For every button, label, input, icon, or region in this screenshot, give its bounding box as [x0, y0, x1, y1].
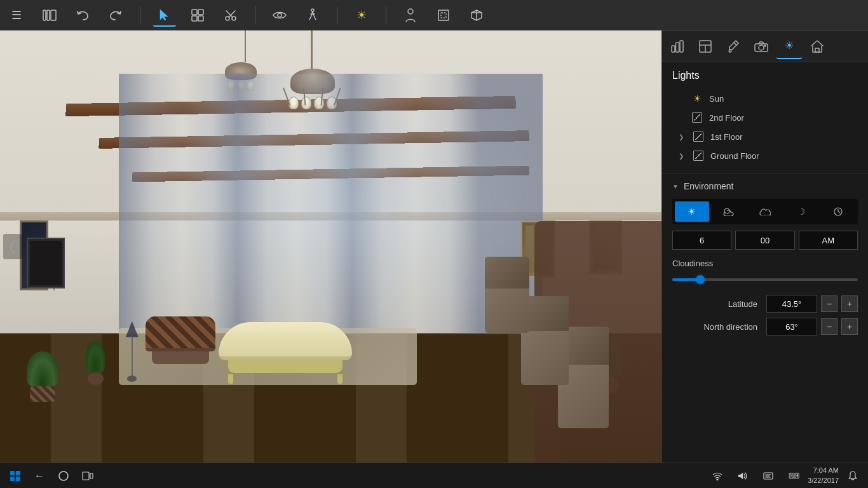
- walk-icon[interactable]: [301, 4, 324, 27]
- cloudiness-slider[interactable]: [672, 273, 858, 286]
- sun-toolbar-icon[interactable]: ☀: [350, 4, 373, 27]
- time-minute-display[interactable]: 00: [735, 231, 794, 250]
- svg-point-13: [408, 9, 413, 14]
- grid-icon[interactable]: [186, 4, 209, 27]
- library-icon[interactable]: [38, 4, 61, 27]
- curtains: [119, 74, 542, 342]
- north-label: North direction: [672, 322, 763, 332]
- paint-panel-icon[interactable]: [721, 34, 746, 59]
- date-display: 3/22/2017: [808, 476, 839, 485]
- svg-rect-36: [16, 477, 20, 481]
- cube-icon[interactable]: [465, 4, 488, 27]
- sep4: [386, 6, 386, 24]
- latitude-minus-btn[interactable]: −: [821, 295, 837, 312]
- windows-start-icon[interactable]: [5, 466, 25, 486]
- floor1-icon: [693, 131, 704, 142]
- environment-section: ▼ Environment ☀: [662, 173, 868, 348]
- ground-floor-label: Ground Floor: [710, 151, 759, 161]
- floor2-label: 2nd Floor: [709, 113, 744, 123]
- room-scene: ❮: [0, 30, 661, 463]
- expand-1st-floor-icon[interactable]: ❯: [677, 133, 685, 140]
- env-title: Environment: [684, 181, 734, 191]
- time-display: 7:04 AM: [808, 466, 839, 475]
- armchair: [146, 316, 215, 367]
- svg-rect-3: [192, 10, 197, 15]
- taskbar-time: 7:04 AM 3/22/2017: [808, 466, 839, 485]
- light-item-1st-floor[interactable]: ❯ 1st Floor: [672, 127, 858, 146]
- right-panel: ☀ Lights ☀ Sun: [661, 30, 868, 463]
- person-icon[interactable]: [399, 4, 422, 27]
- svg-rect-15: [441, 13, 446, 18]
- environment-header[interactable]: ▼ Environment: [672, 181, 858, 191]
- time-period-display[interactable]: AM: [799, 231, 858, 250]
- language-taskbar-icon[interactable]: [758, 466, 778, 486]
- svg-point-37: [59, 471, 68, 480]
- custom-time-btn[interactable]: [821, 201, 855, 222]
- north-plus-btn[interactable]: +: [841, 318, 858, 335]
- camera-panel-icon[interactable]: [749, 34, 774, 59]
- taskview-icon[interactable]: [78, 466, 98, 486]
- svg-line-24: [734, 43, 736, 45]
- redo-icon[interactable]: [104, 4, 127, 27]
- lights-title: Lights: [672, 70, 858, 81]
- svg-point-40: [717, 479, 718, 480]
- night-btn[interactable]: ☽: [785, 201, 819, 222]
- north-minus-btn[interactable]: −: [821, 318, 837, 335]
- nav-arrow-left[interactable]: ❮: [3, 234, 22, 259]
- light-item-ground-floor[interactable]: ❯ Ground Floor: [672, 146, 858, 165]
- time-row: 6 00 AM: [672, 231, 858, 250]
- svg-rect-0: [43, 10, 46, 20]
- panel-toolbar: ☀: [662, 30, 868, 62]
- frame-icon[interactable]: [432, 4, 455, 27]
- dining-chair-3: [485, 257, 529, 333]
- cortana-icon[interactable]: [53, 466, 74, 486]
- build-panel-icon[interactable]: [665, 34, 690, 59]
- house-panel-icon[interactable]: [804, 34, 830, 59]
- north-direction-row: North direction − +: [672, 318, 858, 336]
- svg-point-29: [724, 208, 729, 214]
- notifications-taskbar-icon[interactable]: [843, 466, 863, 486]
- time-hour-display[interactable]: 6: [672, 231, 731, 250]
- expand-ground-floor-icon[interactable]: ❯: [677, 152, 685, 159]
- back-taskbar-icon[interactable]: ←: [29, 466, 50, 486]
- svg-rect-34: [16, 471, 20, 475]
- latitude-plus-btn[interactable]: +: [841, 295, 858, 312]
- svg-rect-6: [198, 16, 203, 21]
- plant-left: [86, 341, 105, 385]
- light-item-2nd-floor[interactable]: 2nd Floor: [672, 108, 858, 127]
- eye-icon[interactable]: [268, 4, 291, 27]
- floor2-icon: [691, 112, 703, 123]
- lights-section: Lights ☀ Sun 2nd Floor ❯: [662, 62, 868, 173]
- network-taskbar-icon[interactable]: [707, 466, 728, 486]
- top-toolbar: ☰: [0, 0, 868, 30]
- cloudy-btn[interactable]: [748, 201, 782, 222]
- latitude-input[interactable]: [766, 295, 817, 313]
- input-method-icon[interactable]: ⌨: [783, 466, 804, 486]
- tv-screen: [27, 238, 65, 288]
- layout-panel-icon[interactable]: [693, 34, 718, 59]
- cloudiness-thumb[interactable]: [696, 275, 705, 284]
- svg-rect-38: [83, 472, 89, 480]
- ground-floor-icon: [693, 150, 704, 161]
- svg-rect-18: [672, 46, 675, 52]
- select-icon[interactable]: [153, 4, 176, 27]
- svg-rect-20: [680, 41, 683, 52]
- scissors-icon[interactable]: [219, 4, 242, 27]
- floor1-label: 1st Floor: [710, 132, 743, 142]
- volume-taskbar-icon[interactable]: [733, 466, 753, 486]
- menu-icon[interactable]: ☰: [5, 4, 28, 27]
- light-item-sun[interactable]: ☀ Sun: [672, 89, 858, 108]
- taskbar-sys-icons: ⌨: [707, 466, 804, 486]
- svg-rect-14: [438, 10, 449, 20]
- sofa: [219, 322, 352, 376]
- viewport[interactable]: ❮: [0, 30, 661, 463]
- svg-rect-35: [10, 477, 15, 481]
- env-collapse-icon[interactable]: ▼: [672, 183, 679, 190]
- clear-weather-btn[interactable]: ☀: [675, 201, 709, 222]
- north-input[interactable]: [766, 318, 817, 336]
- chandelier2-stem: [245, 30, 246, 62]
- sep2: [255, 6, 255, 24]
- partly-cloudy-btn[interactable]: [712, 201, 746, 222]
- light-panel-icon[interactable]: ☀: [776, 34, 802, 59]
- undo-icon[interactable]: [71, 4, 94, 27]
